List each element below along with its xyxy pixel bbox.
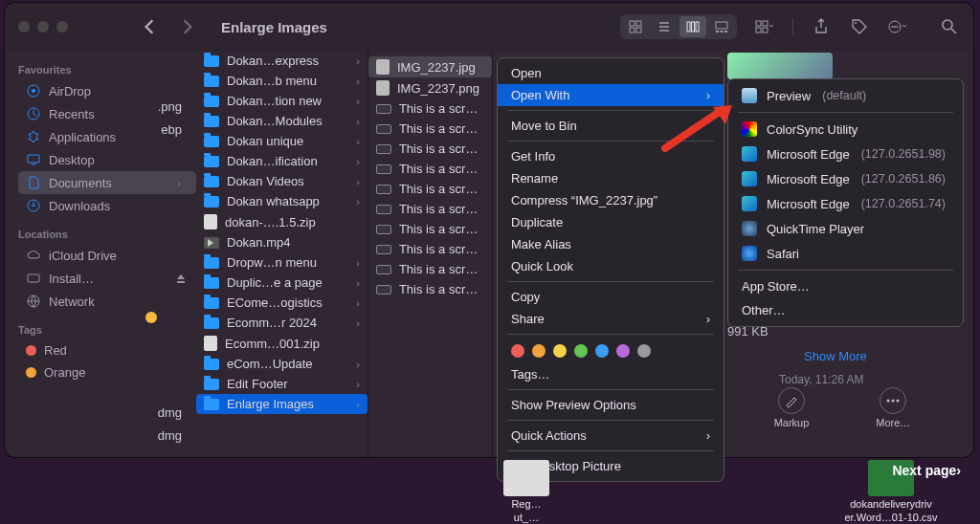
folder-row[interactable]: Dokan…express› bbox=[196, 51, 368, 71]
desktop-file-1[interactable]: Reg…ut_… bbox=[459, 460, 593, 523]
openwith-edge-2[interactable]: Microsoft Edge (127.0.2651.86) bbox=[728, 166, 963, 191]
menu-quick-actions[interactable]: Quick Actions› bbox=[498, 425, 724, 447]
folder-icon bbox=[204, 55, 219, 67]
tag-color-dot[interactable] bbox=[574, 344, 588, 358]
file-row[interactable]: This is a scre… bbox=[368, 159, 492, 179]
group-by-button[interactable] bbox=[754, 16, 775, 37]
openwith-other[interactable]: Other… bbox=[728, 298, 963, 322]
view-columns[interactable] bbox=[679, 16, 706, 37]
folder-icon bbox=[204, 116, 219, 127]
next-page-link[interactable]: Next page› bbox=[892, 463, 961, 478]
chevron-right-icon: › bbox=[356, 379, 360, 390]
svg-rect-8 bbox=[716, 31, 719, 33]
qa-markup[interactable]: Markup bbox=[774, 387, 810, 440]
apps-icon bbox=[26, 129, 41, 144]
actions-button[interactable] bbox=[887, 16, 908, 37]
menu-rename[interactable]: Rename bbox=[498, 167, 724, 189]
forward-button[interactable] bbox=[177, 16, 198, 37]
openwith-safari[interactable]: Safari bbox=[728, 241, 963, 266]
menu-open-with[interactable]: Open With› bbox=[498, 84, 724, 106]
sidebar-tag-red[interactable]: Red bbox=[18, 339, 196, 361]
folder-row[interactable]: Dokan Videos› bbox=[196, 171, 368, 191]
file-row[interactable]: This is a scre… bbox=[368, 98, 492, 119]
tag-color-dot[interactable] bbox=[511, 344, 524, 358]
svg-rect-12 bbox=[763, 21, 768, 26]
sidebar-tag-orange[interactable]: Orange bbox=[18, 361, 196, 383]
menu-tags[interactable]: Tags… bbox=[498, 363, 724, 385]
folder-row[interactable]: Edit Footer› bbox=[196, 374, 368, 394]
qa-more[interactable]: More… bbox=[876, 387, 910, 440]
file-row[interactable]: IMG_2237.png bbox=[368, 77, 492, 98]
folder-row[interactable]: Dokan unique› bbox=[196, 131, 368, 151]
menu-show-preview-options[interactable]: Show Preview Options bbox=[498, 394, 724, 416]
share-button[interactable] bbox=[811, 16, 832, 37]
menu-duplicate[interactable]: Duplicate bbox=[498, 211, 724, 233]
sidebar-item-install[interactable]: Install… bbox=[18, 267, 196, 290]
minimize-traffic[interactable] bbox=[37, 21, 49, 33]
openwith-colorsync[interactable]: ColorSync Utility bbox=[728, 117, 963, 142]
view-list[interactable] bbox=[651, 16, 678, 37]
folder-row[interactable]: Dokan.mp4 bbox=[196, 232, 368, 252]
openwith-edge-3[interactable]: Microsoft Edge (127.0.2651.74) bbox=[728, 191, 963, 216]
folder-row[interactable]: Duplic…e a page› bbox=[196, 273, 368, 293]
file-row[interactable]: This is a scre… bbox=[368, 119, 492, 139]
back-button[interactable] bbox=[139, 16, 160, 37]
folder-row[interactable]: Ecomm…001.zip bbox=[196, 333, 368, 354]
tag-color-dot[interactable] bbox=[616, 344, 630, 358]
menu-quick-look[interactable]: Quick Look bbox=[498, 255, 724, 277]
tag-color-dot[interactable] bbox=[532, 344, 546, 358]
openwith-appstore[interactable]: App Store… bbox=[728, 274, 963, 298]
folder-row[interactable]: Ecomm…r 2024› bbox=[196, 313, 368, 333]
sidebar-item-icloud[interactable]: iCloud Drive bbox=[18, 244, 196, 267]
chevron-right-icon: › bbox=[356, 359, 360, 370]
file-row[interactable]: This is a scre… bbox=[368, 139, 492, 159]
folder-row[interactable]: ECome…ogistics› bbox=[196, 293, 368, 313]
show-more-link[interactable]: Show More bbox=[804, 349, 867, 363]
tag-dot-orange bbox=[26, 367, 36, 378]
close-traffic[interactable] bbox=[18, 21, 30, 33]
search-button[interactable] bbox=[939, 16, 960, 37]
screenshot-icon bbox=[376, 225, 391, 234]
tag-color-dot[interactable] bbox=[637, 344, 651, 358]
file-row[interactable]: This is a scre… bbox=[368, 279, 492, 299]
folder-row[interactable]: Dokan…ification› bbox=[196, 151, 368, 171]
menu-copy[interactable]: Copy bbox=[498, 286, 724, 308]
sidebar-item-downloads[interactable]: Downloads bbox=[18, 194, 196, 217]
file-row[interactable]: This is a scre… bbox=[368, 259, 492, 279]
sidebar-item-documents[interactable]: Documents› bbox=[18, 171, 196, 194]
sidebar-item-network[interactable]: Network bbox=[18, 290, 196, 313]
folder-row[interactable]: Dokan…Modules› bbox=[196, 111, 368, 131]
openwith-preview[interactable]: Preview (default) bbox=[728, 83, 963, 108]
zoom-traffic[interactable] bbox=[56, 21, 68, 33]
file-size: 991 KB bbox=[727, 324, 768, 338]
tags-button[interactable] bbox=[849, 16, 870, 37]
folder-row[interactable]: Dropw…n menu› bbox=[196, 252, 368, 273]
svg-rect-10 bbox=[724, 31, 727, 33]
folder-row[interactable]: Dokan…tion new› bbox=[196, 91, 368, 111]
openwith-quicktime[interactable]: QuickTime Player bbox=[728, 216, 963, 241]
sidebar-item-desktop[interactable]: Desktop bbox=[18, 148, 196, 171]
menu-compress[interactable]: Compress “IMG_2237.jpg” bbox=[498, 189, 724, 211]
folder-icon bbox=[204, 257, 219, 269]
row-label: This is a scre… bbox=[399, 222, 484, 236]
menu-open[interactable]: Open bbox=[498, 62, 724, 84]
view-gallery[interactable] bbox=[708, 16, 735, 37]
tag-color-dot[interactable] bbox=[553, 344, 567, 358]
menu-make-alias[interactable]: Make Alias bbox=[498, 233, 724, 255]
openwith-edge-1[interactable]: Microsoft Edge (127.0.2651.98) bbox=[728, 142, 963, 166]
svg-rect-2 bbox=[630, 28, 635, 33]
file-row[interactable]: This is a scre… bbox=[368, 239, 492, 259]
view-icon-grid[interactable] bbox=[622, 16, 649, 37]
folder-row[interactable]: Dokan…b menu› bbox=[196, 71, 368, 91]
file-row[interactable]: This is a scre… bbox=[368, 219, 492, 239]
menu-share[interactable]: Share› bbox=[498, 308, 724, 330]
file-row[interactable]: IMG_2237.jpg bbox=[368, 56, 492, 77]
folder-row[interactable]: dokan-….1.5.zip bbox=[196, 211, 368, 232]
folder-row[interactable]: Dokan whatsapp› bbox=[196, 191, 368, 211]
folder-row[interactable]: eCom…Update› bbox=[196, 354, 368, 374]
file-row[interactable]: This is a scre… bbox=[368, 179, 492, 199]
file-row[interactable]: This is a scre… bbox=[368, 199, 492, 219]
folder-row[interactable]: Enlarge Images› bbox=[196, 394, 368, 414]
eject-icon[interactable] bbox=[173, 271, 189, 286]
tag-color-dot[interactable] bbox=[595, 344, 609, 358]
